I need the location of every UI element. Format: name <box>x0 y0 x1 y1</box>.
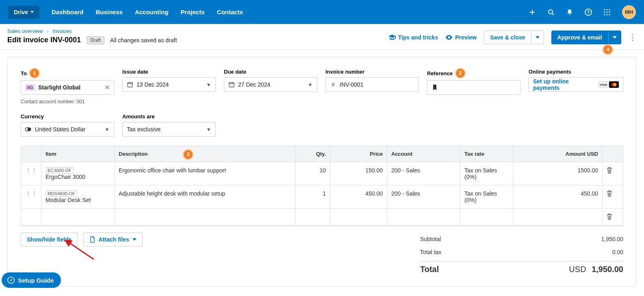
issue-date-field: Issue date 13 Dec 2024 ▾ <box>122 69 216 104</box>
approve-email-caret[interactable] <box>608 30 621 44</box>
due-date-input[interactable]: 27 Dec 2024 ▾ <box>224 77 317 92</box>
col-tax: Tax rate <box>460 146 513 162</box>
approve-email-group: Approve & email <box>551 30 621 44</box>
price-cell[interactable]: 150.00 <box>330 162 387 185</box>
nav-projects[interactable]: Projects <box>181 9 205 15</box>
nav-accounting[interactable]: Accounting <box>135 9 169 15</box>
svg-point-17 <box>28 128 31 131</box>
account-cell[interactable] <box>387 209 460 225</box>
amounts-are-value: Tax exclusive <box>127 126 202 133</box>
trash-icon[interactable] <box>607 213 612 220</box>
account-cell[interactable]: 200 - Sales <box>387 162 460 185</box>
issue-date-label: Issue date <box>122 69 216 75</box>
desc-cell[interactable]: Adjustable height desk with modular setu… <box>115 185 296 208</box>
setup-guide-button[interactable]: Setup Guide <box>2 272 61 288</box>
amounts-are-input[interactable]: Tax exclusive ▾ <box>122 122 216 137</box>
tips-label: Tips and tricks <box>398 34 438 41</box>
avatar[interactable]: MH <box>622 5 636 19</box>
invoice-number-field: Invoice number # INV-0001 <box>325 69 419 104</box>
item-sku: MDS4500-OF <box>46 190 77 197</box>
reference-field: Reference 2 <box>427 69 520 104</box>
approve-email-button[interactable]: Approve & email <box>551 30 608 44</box>
col-amount: Amount USD <box>513 146 603 162</box>
amount-cell: 450.00 <box>513 185 603 208</box>
setup-payments-link[interactable]: Set up online payments <box>533 78 595 91</box>
reference-input[interactable] <box>427 80 520 95</box>
chevron-right-icon: › <box>47 29 48 34</box>
breadcrumb: Sales overview › Invoices <box>7 28 177 34</box>
more-menu[interactable]: ⋮ <box>629 34 637 41</box>
caret-down-icon: ▾ <box>104 126 110 133</box>
tax-cell[interactable]: Tax on Sales (0%) <box>460 185 513 208</box>
save-close-group: Save & close <box>484 30 544 44</box>
item-cell[interactable]: EC3000-OF ErgoChair 3000 <box>41 162 115 185</box>
issue-date-input[interactable]: 13 Dec 2024 ▾ <box>122 77 216 92</box>
graduation-cap-icon <box>388 35 396 40</box>
visa-icon: VISA <box>598 81 608 88</box>
invoice-number-input[interactable]: # INV-0001 <box>325 77 419 92</box>
svg-point-7 <box>606 11 607 13</box>
apps-icon[interactable] <box>603 9 611 16</box>
tax-cell[interactable]: Tax on Sales (0%) <box>460 162 513 185</box>
tax-label: Total tax <box>420 249 441 255</box>
callout-1: 1 <box>30 69 39 78</box>
table-header: Item Description 3 Qty. Price Account Ta… <box>21 146 623 162</box>
account-cell[interactable]: 200 - Sales <box>387 185 460 208</box>
tips-link[interactable]: Tips and tricks <box>388 34 438 41</box>
save-close-button[interactable]: Save & close <box>484 30 531 44</box>
plus-icon[interactable] <box>529 9 536 16</box>
bell-icon[interactable] <box>566 9 573 16</box>
trash-icon[interactable] <box>607 190 612 197</box>
desc-cell[interactable] <box>115 209 296 225</box>
price-cell[interactable] <box>330 209 387 225</box>
save-close-caret[interactable] <box>531 30 544 44</box>
tax-cell[interactable] <box>460 209 513 225</box>
item-cell[interactable] <box>41 209 115 225</box>
qty-cell[interactable]: 1 <box>296 185 330 208</box>
qty-cell[interactable] <box>296 209 330 225</box>
below-table: Show/hide fields Attach files Subtotal 1… <box>21 226 623 286</box>
drag-handle-icon[interactable]: ⋮⋮ <box>25 190 37 197</box>
trash-icon[interactable] <box>607 167 612 174</box>
calendar-icon <box>228 82 235 87</box>
nav-contacts[interactable]: Contacts <box>217 9 243 15</box>
mastercard-icon <box>609 81 619 88</box>
table-row: ⋮⋮ EC3000-OF ErgoChair 3000 Ergonomic of… <box>21 162 623 185</box>
search-icon[interactable] <box>547 9 555 16</box>
svg-rect-13 <box>229 83 234 87</box>
nav-business[interactable]: Business <box>95 9 123 15</box>
price-cell[interactable]: 450.00 <box>330 185 387 208</box>
help-icon[interactable]: ? <box>585 9 592 16</box>
attach-files-button[interactable]: Attach files <box>83 233 142 246</box>
org-switcher[interactable]: Drive <box>8 6 39 19</box>
breadcrumb-sales[interactable]: Sales overview <box>7 28 43 34</box>
main: To 1 SG Starlight Global ✕ Contact accou… <box>0 50 644 294</box>
calendar-icon <box>127 82 133 87</box>
drag-handle-icon[interactable]: ⋮⋮ <box>25 167 37 174</box>
breadcrumb-invoices[interactable]: Invoices <box>52 28 72 34</box>
tax-row: Total tax 0.00 <box>420 246 623 259</box>
callout-3: 3 <box>184 150 193 159</box>
field-row-1: To 1 SG Starlight Global ✕ Contact accou… <box>21 69 623 104</box>
to-input[interactable]: SG Starlight Global ✕ <box>21 80 114 95</box>
svg-point-8 <box>609 11 610 13</box>
svg-point-5 <box>609 9 610 10</box>
clear-icon[interactable]: ✕ <box>105 84 110 91</box>
table-row: ⋮⋮ MDS4500-OF Modular Desk Set Adjustabl… <box>21 185 623 209</box>
desc-cell[interactable]: Ergonomic office chair with lumbar suppo… <box>115 162 296 185</box>
item-cell[interactable]: MDS4500-OF Modular Desk Set <box>41 185 115 208</box>
subhead-left: Sales overview › Invoices Edit invoice I… <box>7 28 177 44</box>
total-row: Total USD 1,950.00 <box>420 261 623 277</box>
item-name: Modular Desk Set <box>46 197 91 203</box>
show-hide-fields-button[interactable]: Show/hide fields <box>21 233 78 246</box>
preview-link[interactable]: Preview <box>445 34 477 41</box>
col-qty: Qty. <box>296 146 330 162</box>
svg-point-15 <box>613 83 617 87</box>
currency-label: Currency <box>21 113 114 120</box>
qty-cell[interactable]: 10 <box>296 162 330 185</box>
currency-input[interactable]: United States Dollar ▾ <box>21 122 114 137</box>
contact-chip: SG <box>25 84 35 91</box>
due-date-value: 27 Dec 2024 <box>238 81 304 88</box>
nav-dashboard[interactable]: Dashboard <box>52 9 83 15</box>
online-payments-input[interactable]: Set up online payments VISA <box>529 77 623 92</box>
